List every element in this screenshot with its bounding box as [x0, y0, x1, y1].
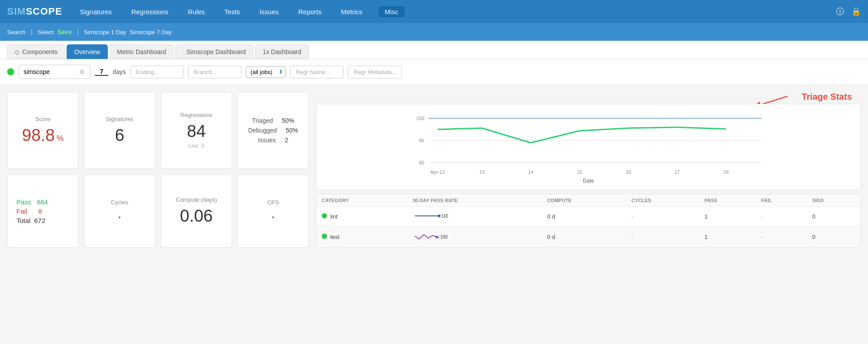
cycles-card: Cycles · — [84, 174, 155, 248]
status-indicator — [7, 68, 14, 75]
nav-rules[interactable]: Rules — [184, 6, 208, 17]
triage-stats-label: Triage Stats — [802, 92, 852, 102]
sub-nav-sep2: | — [77, 28, 79, 35]
tab-bar: ◇ Components Overview Metric Dashboard .… — [0, 41, 868, 59]
col-category: CATEGORY — [316, 194, 407, 207]
test-compute: 0 d — [542, 227, 626, 248]
svg-text:90: 90 — [419, 160, 424, 165]
jobs-select-wrapper: (all jobs) — [246, 66, 286, 78]
test-fail: · — [756, 227, 807, 248]
sub-nav-sep1: | — [31, 28, 32, 35]
project-filter[interactable]: ⦻ — [19, 65, 91, 79]
svg-text:100: 100 — [442, 214, 448, 219]
sub-nav-1day[interactable]: Simscope 1 Day — [84, 29, 126, 35]
tab-components[interactable]: ◇ Components — [7, 44, 65, 59]
sub-nav-select[interactable]: Select — [38, 29, 54, 35]
lint-category: lint — [316, 207, 407, 227]
svg-text:14: 14 — [528, 169, 533, 175]
signatures-card: Signatures 6 — [84, 92, 155, 169]
nav-issues[interactable]: Issues — [256, 6, 282, 17]
nav-reports[interactable]: Reports — [295, 6, 325, 17]
fail-value: 8 — [38, 207, 42, 215]
score-card: Score 98.8 % — [7, 92, 79, 169]
score-label: Score — [36, 116, 51, 122]
days-input[interactable] — [95, 68, 108, 76]
debugged-label: Debugged — [248, 127, 277, 134]
col-compute: COMPUTE — [542, 194, 626, 207]
issues-value: 2 — [285, 137, 288, 144]
regressions-sub: Live: 0 — [189, 143, 204, 149]
tab-overview[interactable]: Overview — [67, 44, 107, 59]
score-value: 98.8 — [22, 126, 55, 145]
regr-meta-filter[interactable]: Regr Metadata... — [348, 66, 402, 78]
pass-label: Pass — [16, 198, 31, 206]
branch-filter[interactable]: Branch... — [188, 66, 241, 78]
test-label: test — [330, 234, 339, 240]
nav-regressions[interactable]: Regressions — [128, 6, 172, 17]
tab-metric-dashboard[interactable]: Metric Dashboard — [110, 44, 174, 59]
table-row: test 100 0 d · 1 · — [316, 227, 860, 248]
jobs-select[interactable]: (all jobs) — [246, 66, 286, 78]
svg-text:15: 15 — [577, 169, 582, 175]
tab-overview-label: Overview — [74, 48, 100, 55]
nav-right: ⓘ 🔒 — [836, 6, 861, 17]
tab-simscope-dashboard[interactable]: . Simscope Dashboard — [175, 44, 253, 59]
triaged-label: Triaged — [252, 117, 273, 124]
lint-pass-rate: 100 — [407, 207, 542, 227]
project-input[interactable] — [24, 68, 77, 75]
help-icon[interactable]: ⓘ — [836, 6, 844, 17]
lint-label: lint — [330, 213, 338, 220]
lint-fail: · — [756, 207, 807, 227]
issues-label: Issues — [258, 137, 276, 144]
days-label: days — [113, 68, 126, 75]
main-content: Score 98.8 % Signatures 6 Regressions 84… — [0, 85, 868, 255]
signatures-label: Signatures — [106, 116, 133, 122]
lint-compute: 0 d — [542, 207, 626, 227]
table-row: lint 100 0 d · 1 · — [316, 207, 860, 227]
lint-status-dot — [322, 213, 327, 219]
cps-value: · — [271, 209, 275, 223]
regressions-label: Regressions — [180, 112, 212, 118]
sub-nav-7day[interactable]: Simscope 7 Day — [130, 29, 172, 35]
col-cycles: CYCLES — [626, 194, 699, 207]
nav-misc[interactable]: Misc — [379, 6, 405, 17]
sub-nav-search[interactable]: Search — [7, 29, 25, 35]
cps-label: CPS — [267, 199, 279, 206]
nav-tests[interactable]: Tests — [221, 6, 244, 17]
tab-components-label: Components — [22, 48, 57, 55]
triage-triaged: Triaged 50% — [252, 117, 294, 124]
svg-text:95: 95 — [419, 138, 424, 143]
tab-simscope-label: . Simscope Dashboard — [183, 48, 246, 55]
table-header-row: CATEGORY 30-DAY PASS RATE COMPUTE CYCLES… — [316, 194, 860, 207]
logo-sim: SIM — [7, 6, 26, 17]
svg-point-20 — [436, 236, 438, 238]
ending-filter[interactable]: Ending... — [130, 66, 184, 78]
lint-pass: 1 — [699, 207, 756, 227]
logo-scope: SCOPE — [26, 6, 62, 17]
sub-nav: Search | Select Save | Simscope 1 Day Si… — [0, 23, 868, 41]
col-fail: FAIL — [756, 194, 807, 207]
regr-name-filter[interactable]: Regr Name... — [290, 66, 343, 78]
test-sigs: 0 — [807, 227, 860, 248]
nav-items: Signatures Regressions Rules Tests Issue… — [76, 6, 836, 17]
lint-sparkline: 100 — [413, 211, 448, 220]
total-value: 672 — [34, 217, 45, 224]
test-pass-rate: 100 — [407, 227, 542, 248]
nav-metrics[interactable]: Metrics — [338, 6, 366, 17]
col-pass-rate: 30-DAY PASS RATE — [407, 194, 542, 207]
col-pass: PASS — [699, 194, 756, 207]
score-pct: % — [56, 134, 63, 143]
compute-card: Compute (days) 0.06 — [161, 174, 232, 248]
lock-icon[interactable]: 🔒 — [851, 7, 861, 16]
debugged-value: 50% — [286, 127, 298, 134]
clear-project-icon[interactable]: ⦻ — [79, 68, 86, 76]
lint-sigs: 0 — [807, 207, 860, 227]
triage-issues: Issues 2 — [258, 137, 288, 144]
filters-row: ⦻ days Ending... Branch... (all jobs) Re… — [0, 59, 868, 85]
fail-label: Fail — [16, 207, 27, 215]
score-chart: 100 95 90 Apr-12 13 14 15 16 17 18 Date — [324, 109, 853, 185]
sub-nav-save[interactable]: Save — [57, 28, 72, 35]
logo: SIMSCOPE — [7, 6, 62, 17]
tab-1x-dashboard[interactable]: 1x Dashboard — [255, 44, 309, 59]
nav-signatures[interactable]: Signatures — [76, 6, 115, 17]
